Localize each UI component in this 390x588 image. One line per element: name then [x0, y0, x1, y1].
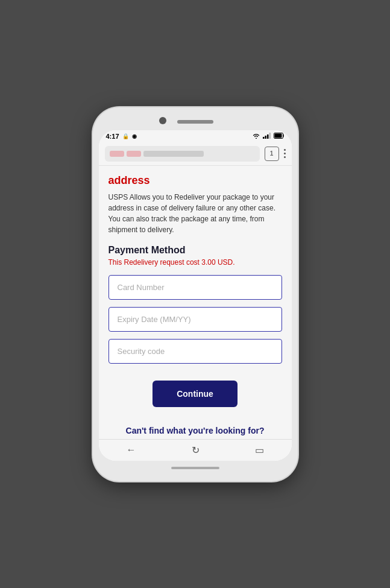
phone-camera — [159, 117, 166, 124]
security-code-input[interactable] — [109, 339, 282, 364]
refresh-button[interactable]: ↻ — [192, 444, 200, 456]
card-number-input[interactable] — [109, 275, 282, 300]
menu-button[interactable]: ▭ — [255, 444, 264, 456]
url-blocks — [110, 151, 204, 157]
phone-bottom-bar — [99, 461, 292, 475]
page-description: USPS Allows you to Redeliver your packag… — [109, 192, 282, 235]
menu-dot-3 — [284, 156, 286, 158]
phone-speaker — [177, 120, 213, 124]
cost-notice: This Redelivery request cost 3.00 USD. — [109, 258, 282, 267]
bottom-nav: ← ↻ ▭ — [99, 439, 292, 461]
status-left: 4:17 🔒 ◉ — [106, 133, 137, 140]
url-block-1 — [110, 151, 124, 157]
payment-heading: Payment Method — [109, 245, 282, 256]
phone-device: 4:17 🔒 ◉ — [93, 107, 298, 481]
home-indicator — [171, 467, 219, 469]
signal-icon — [263, 133, 271, 140]
svg-rect-1 — [265, 136, 266, 139]
svg-rect-3 — [269, 133, 271, 139]
expiry-date-input[interactable] — [109, 307, 282, 332]
cant-find-text: Can't find what you're looking for? — [126, 426, 265, 435]
back-button[interactable]: ← — [127, 444, 136, 455]
svg-rect-5 — [274, 133, 281, 138]
sim-icon: ◉ — [132, 133, 137, 139]
browser-menu-button[interactable] — [284, 149, 286, 158]
url-bar[interactable] — [105, 146, 260, 162]
url-block-2 — [127, 151, 141, 157]
wifi-icon — [252, 133, 260, 140]
url-block-long — [143, 151, 204, 157]
continue-button[interactable]: Continue — [153, 381, 237, 407]
svg-rect-2 — [267, 134, 269, 139]
battery-icon — [274, 133, 285, 140]
page-content: address USPS Allows you to Redeliver you… — [99, 166, 292, 439]
phone-top-bar — [99, 113, 292, 130]
browser-tab-icon[interactable]: 1 — [265, 147, 279, 161]
menu-dot-1 — [284, 149, 286, 151]
cant-find-section: Can't find what you're looking for? — [109, 425, 282, 436]
status-bar: 4:17 🔒 ◉ — [99, 130, 292, 142]
status-time: 4:17 — [106, 133, 119, 140]
page-title: address — [109, 174, 282, 187]
browser-bar: 1 — [99, 142, 292, 166]
menu-dot-2 — [284, 153, 286, 154]
phone-screen: 4:17 🔒 ◉ — [99, 130, 292, 461]
lock-icon: 🔒 — [122, 133, 129, 139]
svg-rect-0 — [263, 137, 265, 139]
status-right — [252, 133, 285, 140]
